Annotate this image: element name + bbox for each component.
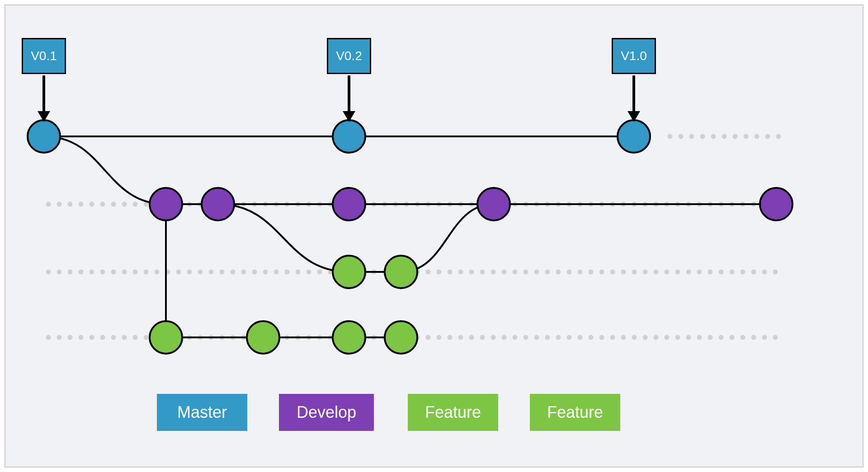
branch-lines <box>44 136 776 337</box>
svg-point-183 <box>556 335 561 340</box>
svg-point-118 <box>589 270 594 275</box>
version-arrows <box>38 75 640 122</box>
svg-point-233 <box>333 321 365 354</box>
svg-point-117 <box>578 270 583 275</box>
svg-point-7 <box>122 202 127 207</box>
svg-point-126 <box>675 270 680 275</box>
version-tag-2: V1.0 <box>612 38 656 74</box>
svg-point-127 <box>686 270 691 275</box>
svg-point-132 <box>741 270 745 275</box>
legend-label: Feature <box>425 403 481 422</box>
svg-point-171 <box>426 335 431 340</box>
svg-point-6 <box>111 202 116 207</box>
svg-point-190 <box>632 335 637 340</box>
svg-point-186 <box>589 335 594 340</box>
svg-point-74 <box>111 270 116 275</box>
svg-point-1 <box>57 202 62 207</box>
svg-point-119 <box>599 270 604 275</box>
svg-point-81 <box>187 270 192 275</box>
svg-point-172 <box>437 335 442 340</box>
svg-point-199 <box>730 335 735 340</box>
svg-point-105 <box>448 270 453 275</box>
svg-point-144 <box>133 335 138 340</box>
svg-point-138 <box>68 335 73 340</box>
svg-point-77 <box>144 270 149 275</box>
svg-point-75 <box>122 270 127 275</box>
svg-point-103 <box>426 270 431 275</box>
svg-point-188 <box>610 335 615 340</box>
svg-point-4 <box>90 202 94 207</box>
svg-point-82 <box>198 270 203 275</box>
svg-point-85 <box>231 270 236 275</box>
svg-point-210 <box>733 134 738 139</box>
svg-point-229 <box>333 256 365 288</box>
version-label: V1.0 <box>621 49 647 63</box>
legend-feature-2: Feature <box>530 394 620 431</box>
svg-point-145 <box>144 335 149 340</box>
svg-point-129 <box>708 270 713 275</box>
svg-point-73 <box>100 270 105 275</box>
svg-point-92 <box>307 270 311 275</box>
version-label: V0.1 <box>31 49 57 63</box>
svg-point-88 <box>263 270 268 275</box>
legend-label: Feature <box>547 403 603 422</box>
svg-point-227 <box>477 188 510 220</box>
svg-point-204 <box>668 134 673 139</box>
svg-point-201 <box>751 335 756 340</box>
svg-point-141 <box>100 335 105 340</box>
svg-point-108 <box>480 270 485 275</box>
svg-point-224 <box>150 188 182 220</box>
svg-point-122 <box>632 270 637 275</box>
legend-develop: Develop <box>279 394 374 431</box>
svg-point-121 <box>621 270 626 275</box>
svg-point-200 <box>741 335 745 340</box>
svg-point-109 <box>491 270 496 275</box>
svg-point-173 <box>448 335 453 340</box>
svg-point-5 <box>100 202 105 207</box>
svg-point-137 <box>57 335 62 340</box>
svg-point-192 <box>654 335 659 340</box>
commit-nodes <box>28 120 793 354</box>
svg-point-228 <box>760 188 793 220</box>
svg-point-8 <box>133 202 138 207</box>
svg-point-76 <box>133 270 138 275</box>
svg-point-104 <box>437 270 442 275</box>
svg-point-134 <box>762 270 767 275</box>
legend-feature-1: Feature <box>408 394 498 431</box>
svg-point-124 <box>654 270 659 275</box>
svg-point-143 <box>122 335 127 340</box>
svg-point-231 <box>150 321 182 354</box>
svg-point-176 <box>480 335 485 340</box>
legend-label: Develop <box>297 403 356 422</box>
svg-point-212 <box>755 134 760 139</box>
svg-point-83 <box>209 270 214 275</box>
svg-point-114 <box>545 270 550 275</box>
svg-point-226 <box>333 188 365 220</box>
version-tag-1: V0.2 <box>327 38 371 74</box>
svg-point-84 <box>220 270 225 275</box>
svg-point-142 <box>111 335 116 340</box>
svg-point-131 <box>730 270 735 275</box>
svg-point-180 <box>524 335 528 340</box>
svg-point-68 <box>46 270 51 275</box>
svg-point-72 <box>90 270 94 275</box>
svg-point-175 <box>469 335 474 340</box>
svg-point-225 <box>202 188 234 220</box>
legend-master: Master <box>157 394 247 431</box>
svg-point-187 <box>599 335 604 340</box>
svg-point-223 <box>618 120 650 153</box>
svg-point-125 <box>665 270 670 275</box>
svg-point-78 <box>155 270 160 275</box>
svg-point-206 <box>689 134 694 139</box>
svg-point-128 <box>697 270 702 275</box>
svg-point-189 <box>621 335 626 340</box>
svg-point-202 <box>762 335 767 340</box>
svg-point-174 <box>458 335 463 340</box>
svg-point-207 <box>700 134 705 139</box>
svg-point-69 <box>57 270 62 275</box>
svg-point-208 <box>711 134 716 139</box>
svg-point-113 <box>534 270 539 275</box>
svg-point-93 <box>317 270 322 275</box>
svg-point-80 <box>176 270 181 275</box>
svg-point-198 <box>719 335 724 340</box>
